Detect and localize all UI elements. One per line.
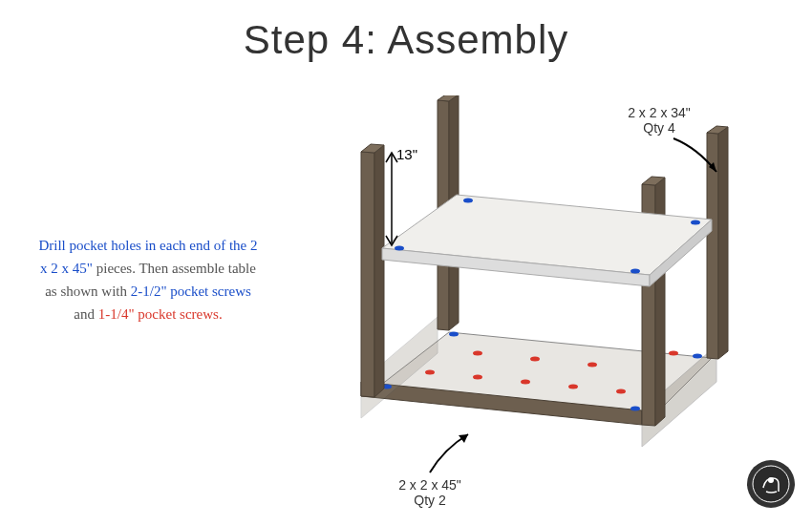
svg-point-13 [588, 363, 597, 368]
svg-point-10 [616, 389, 626, 394]
svg-point-18 [449, 332, 459, 337]
svg-point-35 [395, 246, 404, 251]
arrow-legs-icon [669, 134, 736, 191]
svg-point-9 [568, 385, 578, 389]
instruction-text: Drill pocket holes in each end of the 2 … [38, 234, 258, 326]
callout-rails-qty: Qty 2 [377, 493, 482, 508]
instruction-plain-2: and [74, 306, 97, 322]
svg-point-12 [530, 357, 540, 362]
brand-logo-icon [747, 460, 795, 508]
svg-point-43 [768, 477, 774, 483]
instruction-plain-3: . [219, 306, 223, 322]
svg-point-6 [425, 370, 435, 375]
svg-point-8 [521, 380, 530, 385]
svg-point-15 [669, 351, 678, 356]
svg-marker-21 [374, 145, 384, 397]
svg-point-11 [473, 351, 482, 356]
instruction-red-1: 1-1/4" pocket screws [98, 306, 219, 322]
svg-point-37 [463, 199, 473, 203]
svg-point-19 [693, 354, 702, 359]
svg-point-38 [691, 220, 700, 225]
arrow-rails-icon [420, 430, 487, 482]
instruction-blue-2: 2-1/2" pocket screws [131, 284, 251, 299]
step-title: Step 4: Assembly [0, 0, 812, 63]
svg-point-42 [753, 466, 789, 502]
svg-point-17 [630, 407, 640, 411]
svg-point-7 [473, 375, 482, 380]
svg-point-36 [630, 269, 640, 274]
svg-marker-20 [361, 152, 374, 397]
